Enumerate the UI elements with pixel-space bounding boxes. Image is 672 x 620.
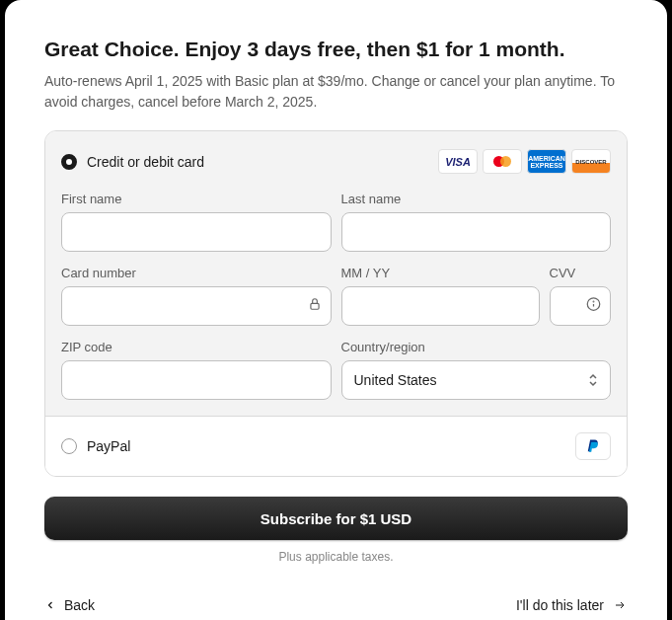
- zip-input[interactable]: [61, 360, 332, 400]
- page-title: Great Choice. Enjoy 3 days free, then $1…: [44, 38, 628, 61]
- country-value: United States: [354, 372, 437, 388]
- paypal-option-label: PayPal: [87, 438, 130, 454]
- payment-methods: Credit or debit card VISA AMERICANEXPRES…: [44, 130, 628, 477]
- paypal-icon: [575, 432, 611, 460]
- paypal-payment-option[interactable]: PayPal: [45, 416, 627, 476]
- card-radio[interactable]: [61, 154, 77, 170]
- card-number-input[interactable]: [61, 286, 332, 326]
- back-button[interactable]: Back: [44, 597, 95, 613]
- expiry-input[interactable]: [341, 286, 540, 326]
- card-option-header: Credit or debit card VISA AMERICANEXPRES…: [61, 149, 611, 174]
- subscribe-button[interactable]: Subscribe for $1 USD: [44, 497, 628, 540]
- last-name-label: Last name: [341, 192, 612, 206]
- tax-note: Plus applicable taxes.: [44, 550, 628, 564]
- expiry-field: MM / YY: [341, 266, 540, 326]
- checkout-modal: Great Choice. Enjoy 3 days free, then $1…: [5, 0, 667, 620]
- card-number-field: Card number: [61, 266, 332, 326]
- do-later-label: I'll do this later: [516, 597, 604, 613]
- svg-point-3: [593, 301, 594, 302]
- svg-rect-0: [310, 303, 318, 309]
- card-option-label: Credit or debit card: [87, 154, 204, 170]
- paypal-radio[interactable]: [61, 438, 77, 454]
- mastercard-icon: [483, 149, 522, 174]
- zip-field: ZIP code: [61, 340, 332, 400]
- country-select[interactable]: United States: [341, 360, 612, 400]
- amex-icon: AMERICANEXPRESS: [527, 149, 566, 174]
- country-label: Country/region: [341, 340, 612, 354]
- back-label: Back: [64, 597, 95, 613]
- arrow-right-icon: [612, 599, 628, 611]
- visa-icon: VISA: [438, 149, 478, 174]
- first-name-field: First name: [61, 192, 332, 252]
- cvv-input[interactable]: [550, 286, 612, 326]
- expiry-label: MM / YY: [341, 266, 540, 280]
- card-brand-logos: VISA AMERICANEXPRESS DISCOVER: [438, 149, 611, 174]
- card-payment-option: Credit or debit card VISA AMERICANEXPRES…: [45, 131, 627, 416]
- last-name-input[interactable]: [341, 212, 612, 252]
- country-field: Country/region United States: [341, 340, 612, 400]
- modal-footer: Back I'll do this later: [44, 597, 628, 613]
- lock-icon: [308, 297, 322, 315]
- discover-icon: DISCOVER: [571, 149, 611, 174]
- info-icon[interactable]: [586, 297, 601, 316]
- chevron-left-icon: [44, 599, 56, 611]
- do-later-button[interactable]: I'll do this later: [516, 597, 628, 613]
- chevron-up-down-icon: [588, 373, 598, 387]
- zip-label: ZIP code: [61, 340, 332, 354]
- cvv-label: CVV: [550, 266, 612, 280]
- last-name-field: Last name: [341, 192, 612, 252]
- page-subtitle: Auto-renews April 1, 2025 with Basic pla…: [44, 71, 628, 113]
- first-name-input[interactable]: [61, 212, 332, 252]
- card-number-label: Card number: [61, 266, 332, 280]
- first-name-label: First name: [61, 192, 332, 206]
- cvv-field: CVV: [550, 266, 612, 326]
